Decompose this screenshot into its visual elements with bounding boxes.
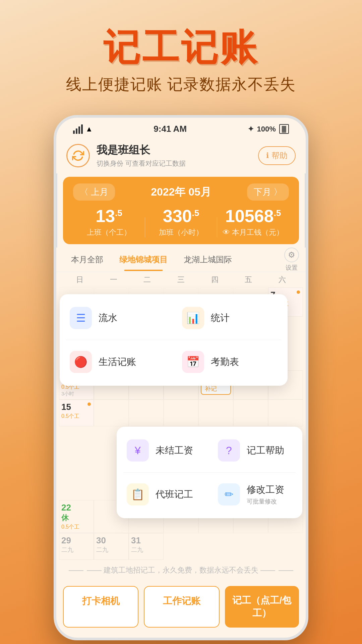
popup-label-daiban: 代班记工 <box>156 488 193 501</box>
status-time: 9:41 AM <box>154 124 187 134</box>
popup-label-kaoqin: 考勤表 <box>211 356 239 368</box>
cal-date-30: 30 <box>96 535 126 546</box>
dash-right: —— <box>279 566 293 575</box>
cal-day-sat: 六 <box>265 275 299 285</box>
work-record-button[interactable]: 工作记账 <box>144 586 219 628</box>
cal-cell[interactable] <box>268 399 303 426</box>
chart-icon: 📊 <box>182 307 204 329</box>
prev-month-button[interactable]: 〈 上月 <box>73 183 115 201</box>
popup-item-help[interactable]: ? 记工帮助 <box>215 433 296 468</box>
stat-salary-number: 10568.5 <box>217 207 289 225</box>
tab-project2[interactable]: 龙湖上城国际 <box>176 248 240 271</box>
refresh-icon <box>72 150 84 162</box>
month-row: 〈 上月 2022年 05月 下月 〉 <box>73 183 289 201</box>
popup-divider <box>123 472 296 473</box>
wifi-icon: ▲ <box>85 125 93 133</box>
cal-work-22: 0.5个工 <box>61 524 92 531</box>
cal-cell[interactable] <box>164 399 198 426</box>
stat-salary: 10568.5 👁 本月工钱（元） <box>217 207 289 237</box>
bottom-banner: —— —— 建筑工地招记工，永久免费，数据永远不会丢失 —— —— <box>56 560 306 581</box>
signal-icon <box>73 124 83 134</box>
stat-salary-label: 👁 本月工钱（元） <box>223 227 284 237</box>
bluetooth-icon: ✦ <box>248 125 254 133</box>
popup-item-liushui[interactable]: ☰ 流水 <box>66 301 169 335</box>
popup-label-help: 记工帮助 <box>247 444 284 457</box>
settings-button[interactable]: ⚙ 设置 <box>284 248 299 272</box>
cal-cell[interactable] <box>94 399 129 426</box>
popup-sublabel-xiugai: 可批量修改 <box>247 497 284 505</box>
cal-cell-31[interactable]: 31 二九 <box>129 533 164 560</box>
popup-item-wejie[interactable]: ¥ 未结工资 <box>123 433 204 468</box>
cal-cell[interactable] <box>198 399 233 426</box>
cal-cell-30[interactable]: 30 二九 <box>94 533 129 560</box>
popup-label-tongji: 统计 <box>211 312 230 324</box>
cal-day-wed: 三 <box>164 275 198 285</box>
app-title: 记工记账 <box>13 27 349 67</box>
cal-day-mon: 一 <box>97 275 131 285</box>
popup-grid-1: ☰ 流水 📊 统计 🔴 生活记账 📅 <box>66 301 281 379</box>
popup-divider <box>66 340 281 340</box>
next-month-button[interactable]: 下月 〉 <box>247 183 289 201</box>
cal-day-fri: 五 <box>232 275 265 285</box>
refresh-button[interactable] <box>66 144 90 167</box>
popup-item-kaoqin[interactable]: 📅 考勤表 <box>179 345 281 379</box>
tab-all[interactable]: 本月全部 <box>63 248 111 271</box>
calendar-icon: 📅 <box>182 351 204 373</box>
popup-menu-1: ☰ 流水 📊 统计 🔴 生活记账 📅 <box>60 294 288 386</box>
help-button[interactable]: ℹ 帮助 <box>258 146 296 165</box>
cal-cell[interactable] <box>233 399 268 426</box>
cal-day-thu: 四 <box>198 275 232 285</box>
status-left: ▲ <box>73 124 93 134</box>
page-header: 记工记账 线上便捷记账 记录数据永不丢失 <box>0 0 362 108</box>
stat-work: 13.5 上班（个工） <box>73 207 145 237</box>
cal-cell-22[interactable]: 22 休 0.5个工 <box>59 500 94 533</box>
popup-label-wejie: 未结工资 <box>156 444 193 457</box>
drop-icon: 🔴 <box>70 351 92 373</box>
calendar-area: 7 0.5个工3小时 ☰ 流水 📊 统计 <box>56 287 306 560</box>
popup-grid-2: ¥ 未结工资 ? 记工帮助 📋 代班记工 ✏ <box>123 433 296 512</box>
cal-date-15: 15 <box>61 402 92 412</box>
stats-row: 13.5 上班（个工） 330.5 加班（小时） 10568 <box>73 207 289 237</box>
username: 我是班组长 <box>97 143 258 158</box>
stat-overtime: 330.5 加班（小时） <box>145 207 217 237</box>
popup-label-shenghuo: 生活记账 <box>99 356 136 368</box>
banner-text: —— —— 建筑工地招记工，永久免费，数据永远不会丢失 —— —— <box>62 565 300 575</box>
popup-item-shenghuo[interactable]: 🔴 生活记账 <box>66 345 169 379</box>
banner-content: —— 建筑工地招记工，永久免费，数据永远不会丢失 —— <box>87 565 275 575</box>
battery-icon: ▓ <box>279 124 289 134</box>
cal-lunar-31: 二九 <box>131 546 161 554</box>
popup-label-xiugai: 修改工资 <box>247 483 284 496</box>
edit-icon: ✏ <box>218 483 240 505</box>
calendar-header: 日 一 二 三 四 五 六 <box>56 272 306 287</box>
popup-item-daiban[interactable]: 📋 代班记工 <box>123 477 204 512</box>
user-info: 我是班组长 切换身份 可查看对应记工数据 <box>97 143 258 168</box>
main-action-button[interactable]: 记工（点工/包工） <box>225 586 299 628</box>
camera-button[interactable]: 打卡相机 <box>63 586 138 628</box>
tab-project1[interactable]: 绿地锦城项目 <box>111 248 176 271</box>
user-sub: 切换身份 可查看对应记工数据 <box>97 159 258 168</box>
cal-row-5: 29 二九 30 二九 31 二九 <box>59 533 303 560</box>
info-icon: ℹ <box>266 151 269 160</box>
list-icon: ☰ <box>70 307 92 329</box>
stat-overtime-number: 330.5 <box>145 207 217 225</box>
cal-dot <box>87 402 91 406</box>
popup-item-tongji[interactable]: 📊 统计 <box>179 301 281 335</box>
cal-dot <box>297 290 300 294</box>
dash-left: —— <box>69 566 83 575</box>
phone-wrapper: ▲ 9:41 AM ✦ 100% ▓ 我是班组长 <box>0 115 362 640</box>
phone-frame: ▲ 9:41 AM ✦ 100% ▓ 我是班组长 <box>54 115 308 640</box>
cal-date-31: 31 <box>131 535 161 546</box>
battery-percent: 100% <box>257 125 276 133</box>
cal-cell-29[interactable]: 29 二九 <box>59 533 94 560</box>
stat-work-number: 13.5 <box>73 207 145 225</box>
cal-lunar-29: 二九 <box>61 546 92 554</box>
page-root: 记工记账 线上便捷记账 记录数据永不丢失 ▲ 9:41 AM ✦ <box>0 0 362 644</box>
popup-item-xiugai[interactable]: ✏ 修改工资 可批量修改 <box>215 477 296 512</box>
cal-cell[interactable] <box>129 399 164 426</box>
cal-cell-15[interactable]: 15 0.5个工 <box>59 399 94 426</box>
cal-date-rest: 休 <box>61 513 92 523</box>
stat-overtime-label: 加班（小时） <box>145 227 217 237</box>
popup-label-liushui: 流水 <box>99 312 117 324</box>
app-header: 我是班组长 切换身份 可查看对应记工数据 ℹ 帮助 <box>56 138 306 173</box>
tabs-row: 本月全部 绿地锦城项目 龙湖上城国际 ⚙ 设置 <box>56 248 306 272</box>
